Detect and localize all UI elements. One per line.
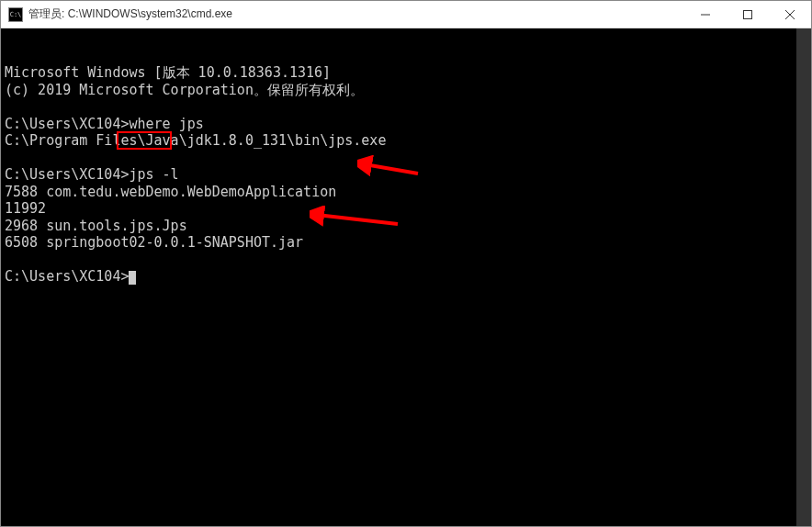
- terminal-line: C:\Users\XC104>where jps: [5, 116, 807, 133]
- terminal-scrollbar[interactable]: [796, 28, 811, 526]
- maximize-icon: [743, 10, 752, 19]
- terminal-line: [5, 252, 807, 269]
- minimize-button[interactable]: [684, 1, 727, 28]
- cmd-icon: C:\: [8, 7, 23, 22]
- minimize-icon: [701, 10, 710, 19]
- terminal-line: [5, 150, 807, 167]
- window-title: 管理员: C:\WINDOWS\system32\cmd.exe: [28, 6, 684, 22]
- terminal-area[interactable]: Microsoft Windows [版本 10.0.18363.1316](c…: [1, 28, 811, 526]
- terminal-line: C:\Users\XC104>: [5, 268, 807, 286]
- maximize-button[interactable]: [727, 1, 769, 28]
- terminal-content: Microsoft Windows [版本 10.0.18363.1316](c…: [5, 64, 807, 286]
- svg-rect-1: [744, 10, 752, 18]
- terminal-line: C:\Users\XC104>jps -l: [5, 166, 807, 184]
- terminal-line: 11992: [5, 200, 807, 218]
- terminal-line: C:\Program Files\Java\jdk1.8.0_131\bin\j…: [5, 132, 807, 150]
- cursor: [129, 271, 136, 285]
- window-controls: [684, 1, 811, 28]
- terminal-line: (c) 2019 Microsoft Corporation。保留所有权利。: [5, 82, 807, 99]
- scrollbar-thumb[interactable]: [796, 28, 811, 526]
- cmd-window: C:\ 管理员: C:\WINDOWS\system32\cmd.exe Mic…: [0, 0, 812, 527]
- close-icon: [785, 10, 795, 19]
- terminal-line: Microsoft Windows [版本 10.0.18363.1316]: [5, 64, 807, 82]
- terminal-line: [5, 98, 807, 116]
- terminal-line: 6508 springboot02-0.0.1-SNAPSHOT.jar: [5, 234, 807, 252]
- titlebar[interactable]: C:\ 管理员: C:\WINDOWS\system32\cmd.exe: [1, 1, 811, 28]
- terminal-line: 2968 sun.tools.jps.Jps: [5, 218, 807, 235]
- terminal-line: 7588 com.tedu.webDemo.WebDemoApplication: [5, 184, 807, 201]
- close-button[interactable]: [769, 1, 811, 28]
